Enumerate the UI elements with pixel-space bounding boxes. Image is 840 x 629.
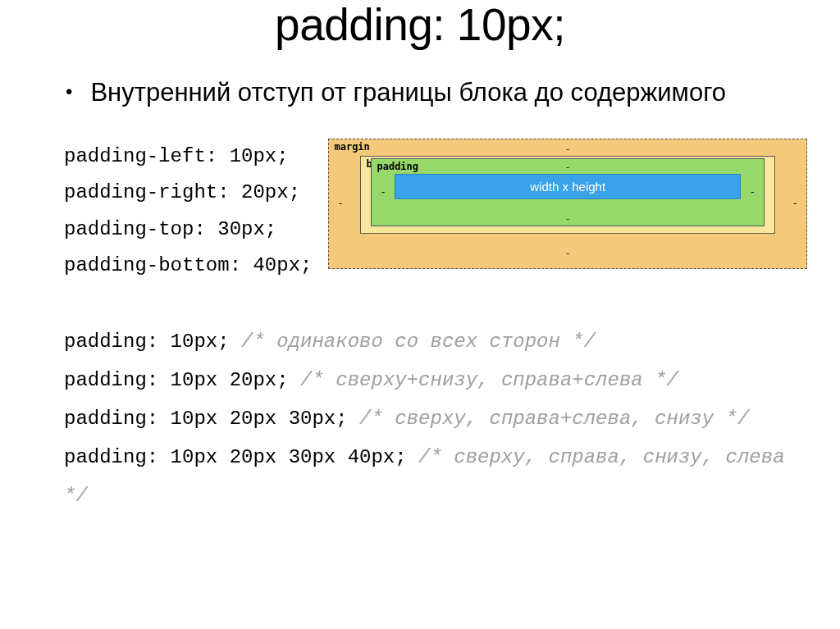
dash-icon: - — [750, 186, 756, 198]
dash-icon: - — [565, 162, 571, 172]
code-line: padding-left: 10px; — [64, 139, 312, 175]
code-line: padding-right: 20px; — [64, 175, 312, 211]
dash-icon: - — [565, 248, 571, 258]
shorthand-code: padding: 10px; /* одинаково со всех стор… — [33, 323, 807, 515]
code-comment: /* сверху, справа+слева, снизу */ — [359, 408, 749, 430]
code-text: padding: 10px 20px 30px; — [64, 408, 348, 430]
code-comment: /* одинаково со всех сторон */ — [241, 330, 596, 353]
dash-icon: - — [337, 198, 343, 209]
padding-label: padding — [377, 161, 418, 172]
shorthand-line: padding: 10px 20px; /* сверху+снизу, спр… — [64, 362, 807, 400]
dash-icon: - — [565, 214, 571, 224]
dash-icon: - — [792, 198, 798, 209]
code-line: padding-top: 30px; — [64, 212, 312, 248]
bullet-item: • Внутренний отступ от границы блока до … — [33, 77, 807, 109]
code-text: padding: 10px 20px; — [64, 369, 289, 391]
content-label: width x height — [530, 180, 605, 194]
shorthand-line: padding: 10px 20px 30px 40px; /* сверху,… — [64, 439, 807, 516]
longhand-code: padding-left: 10px; padding-right: 20px;… — [64, 139, 312, 285]
dash-icon: - — [565, 144, 571, 154]
box-model-diagram: margin - - - border padding - - - width … — [328, 139, 807, 269]
margin-label: margin — [334, 141, 369, 153]
shorthand-line: padding: 10px; /* одинаково со всех стор… — [64, 323, 807, 362]
bullet-text: Внутренний отступ от границы блока до со… — [90, 77, 726, 109]
shorthand-line: padding: 10px 20px 30px; /* сверху, спра… — [64, 400, 807, 439]
code-comment: /* сверху+снизу, справа+слева */ — [300, 369, 678, 391]
code-text: padding: 10px 20px 30px 40px; — [64, 446, 407, 468]
code-line: padding-bottom: 40px; — [64, 248, 312, 284]
bullet-dot-icon: • — [66, 77, 72, 107]
code-text: padding: 10px; — [64, 330, 230, 353]
content-box: width x height — [395, 174, 741, 199]
dash-icon: - — [380, 186, 386, 198]
slide-title: padding: 10px; — [33, 0, 807, 51]
